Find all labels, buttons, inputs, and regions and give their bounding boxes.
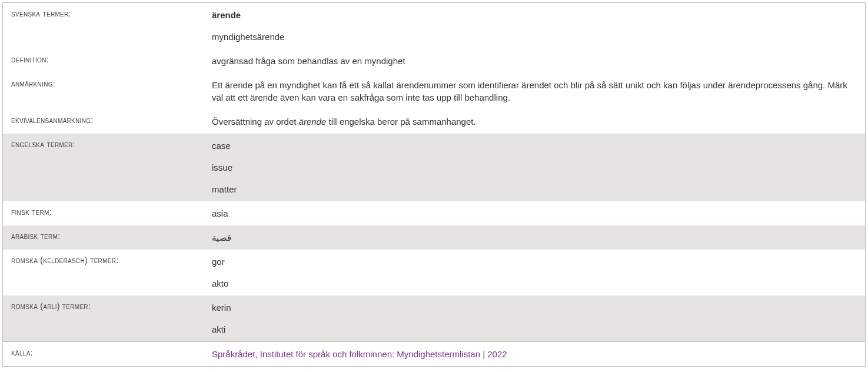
value-svenska: ärende myndighetsärende <box>212 3 865 49</box>
value-arabisk: قضية <box>212 225 865 250</box>
ekv-pre: Översättning av ordet <box>212 117 299 127</box>
label-arabisk: arabisk term: <box>3 225 212 247</box>
row-finsk: finsk term: asia <box>3 201 865 225</box>
engelska-2: matter <box>212 178 857 195</box>
arabisk-text: قضية <box>212 231 231 244</box>
row-ekvivalens: ekvivalensanmärkning: Översättning av or… <box>3 109 865 134</box>
label-romska-arli: romska (arli) termer: <box>3 295 212 317</box>
label-engelska: engelska termer: <box>3 134 212 155</box>
value-kalla: Språkrådet, Institutet för språk och fol… <box>212 342 865 366</box>
row-svenska: svenska termer: ärende myndighetsärende <box>3 3 865 49</box>
label-svenska: svenska termer: <box>3 3 212 24</box>
row-arabisk: arabisk term: قضية <box>3 225 865 250</box>
value-definition: avgränsad fråga som behandlas av en mynd… <box>212 49 865 73</box>
row-engelska: engelska termer: case issue matter <box>3 134 865 201</box>
label-anmarkning: anmärkning: <box>3 73 212 94</box>
row-kalla: källa: Språkrådet, Institutet för språk … <box>3 342 865 366</box>
value-ekvivalens: Översättning av ordet ärende till engels… <box>212 109 865 134</box>
value-finsk: asia <box>212 201 865 225</box>
arli-0: kerin <box>212 301 857 318</box>
svenska-secondary: myndighetsärende <box>212 26 857 43</box>
kelderasch-1: akto <box>212 273 857 290</box>
svenska-primary: ärende <box>212 9 857 26</box>
ekv-post: till engelska beror på sammanhanget. <box>326 117 475 127</box>
engelska-1: issue <box>212 157 857 178</box>
value-engelska: case issue matter <box>212 134 865 201</box>
label-romska-kelderasch: romska (kelderasch) termer: <box>3 250 212 271</box>
value-romska-kelderasch: gor akto <box>212 250 865 295</box>
row-romska-kelderasch: romska (kelderasch) termer: gor akto <box>3 250 865 295</box>
value-romska-arli: kerin akti <box>212 295 865 341</box>
label-definition: definition: <box>3 49 212 70</box>
value-anmarkning: Ett ärende på en myndighet kan få ett så… <box>212 73 865 109</box>
ekv-italic: ärende <box>299 117 327 127</box>
arli-1: akti <box>212 318 857 336</box>
term-card: svenska termer: ärende myndighetsärende … <box>2 2 866 367</box>
label-ekvivalens: ekvivalensanmärkning: <box>3 109 212 131</box>
row-anmarkning: anmärkning: Ett ärende på en myndighet k… <box>3 73 865 109</box>
label-kalla: källa: <box>3 342 212 363</box>
engelska-0: case <box>212 140 857 157</box>
label-finsk: finsk term: <box>3 201 212 222</box>
kelderasch-0: gor <box>212 255 857 273</box>
source-link[interactable]: Språkrådet, Institutet för språk och fol… <box>212 349 507 359</box>
row-romska-arli: romska (arli) termer: kerin akti <box>3 295 865 341</box>
row-definition: definition: avgränsad fråga som behandla… <box>3 49 865 73</box>
